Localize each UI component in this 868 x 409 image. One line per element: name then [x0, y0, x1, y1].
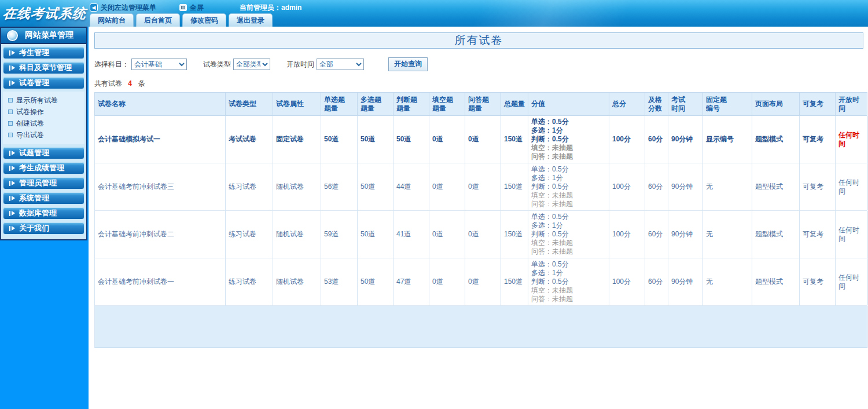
cell: 47道 — [393, 258, 429, 306]
score-line: 单选：0.5分 — [531, 118, 608, 126]
play-arrow-icon — [9, 211, 15, 216]
score-line: 多选：1分 — [531, 126, 608, 135]
cell: 考试试卷 — [226, 116, 273, 163]
column-header: 固定题 编号 — [703, 93, 752, 116]
sidebar-submenu-item[interactable]: 试卷操作 — [8, 106, 84, 118]
subject-select[interactable]: 会计基础 — [131, 59, 187, 70]
app-logo: 在线考试系统 — [0, 0, 89, 27]
bullet-square-icon — [8, 98, 13, 103]
fullscreen-link[interactable]: 全屏 — [156, 3, 204, 13]
close-left-menu-link[interactable]: ◀ 关闭左边管理菜单 — [90, 3, 156, 13]
sidebar-section-label: 系统管理 — [19, 193, 49, 203]
sidebar-section-button[interactable]: 试题管理 — [3, 147, 84, 159]
sidebar-section-label: 数据库管理 — [19, 208, 57, 218]
cell: 90分钟 — [668, 211, 703, 258]
paper-name-cell: 会计基础考前冲刺试卷三 — [95, 163, 226, 211]
score-line: 填空：未抽题 — [531, 286, 608, 295]
play-arrow-icon — [9, 226, 15, 231]
cell: 100分 — [609, 116, 645, 163]
score-line: 填空：未抽题 — [531, 191, 608, 200]
sidebar-submenu-item[interactable]: 导出试卷 — [8, 129, 84, 141]
cell: 0道 — [465, 258, 501, 306]
play-arrow-icon — [9, 151, 15, 156]
open-time-cell: 任何时间 — [836, 258, 867, 306]
score-line: 问答：未抽题 — [531, 295, 608, 304]
score-values-cell: 单选：0.5分多选：1分判断：0.5分填空：未抽题问答：未抽题 — [528, 211, 609, 258]
table-row: 会计基础考前冲刺试卷二练习试卷随机试卷59道50道41道0道0道150道单选：0… — [95, 211, 867, 258]
score-line: 问答：未抽题 — [531, 247, 608, 256]
sidebar-section-button[interactable]: 关于我们 — [3, 222, 84, 235]
cell: 可复考 — [800, 116, 836, 163]
score-line: 单选：0.5分 — [531, 260, 608, 269]
sidebar-submenu-item[interactable]: 显示所有试卷 — [8, 94, 84, 106]
bullet-square-icon — [8, 133, 13, 137]
top-tab[interactable]: 退出登录 — [229, 13, 273, 27]
open-time-cell: 任何时间 — [836, 163, 867, 211]
score-line: 单选：0.5分 — [531, 213, 608, 221]
sidebar-section-button[interactable]: 数据库管理 — [3, 207, 84, 220]
page-title: 所有试卷 — [455, 33, 503, 48]
sidebar-section-button[interactable]: 考生成绩管理 — [3, 162, 84, 174]
score-line: 判断：0.5分 — [531, 277, 608, 286]
top-tab[interactable]: 网站前台 — [90, 13, 134, 27]
cell: 0道 — [465, 116, 501, 163]
paper-type-select[interactable]: 全部类型 — [233, 59, 270, 70]
sidebar-section-button[interactable]: 考生管理 — [3, 46, 84, 59]
close-left-menu-label: 关闭左边管理菜单 — [101, 3, 156, 13]
cell: 59道 — [321, 211, 358, 258]
sidebar-section-label: 试题管理 — [19, 148, 49, 158]
score-values-cell: 单选：0.5分多选：1分判断：0.5分填空：未抽题问答：未抽题 — [528, 116, 609, 163]
sidebar-section-button[interactable]: 管理员管理 — [3, 177, 84, 189]
submenu-item-label: 导出试卷 — [16, 130, 44, 140]
column-header: 试卷类型 — [226, 93, 273, 116]
cell: 150道 — [501, 258, 528, 306]
search-button[interactable]: 开始查询 — [388, 57, 428, 71]
score-line: 判断：0.5分 — [531, 230, 608, 239]
column-header: 及格 分数 — [645, 93, 668, 116]
score-values-cell: 单选：0.5分多选：1分判断：0.5分填空：未抽题问答：未抽题 — [528, 258, 609, 306]
cell: 53道 — [321, 258, 358, 306]
column-header: 分值 — [528, 93, 609, 116]
column-header: 开放时间 — [836, 93, 867, 116]
cell: 60分 — [645, 163, 668, 211]
sidebar-title-label: 网站菜单管理 — [25, 30, 73, 41]
sidebar-section-button[interactable]: 试卷管理 — [3, 76, 84, 89]
play-arrow-icon — [9, 65, 15, 71]
open-time-select[interactable]: 全部 — [317, 59, 364, 70]
cell: 练习试卷 — [226, 258, 273, 306]
result-count-line: 共有试卷 4 条 — [94, 79, 863, 89]
cell: 0道 — [465, 211, 501, 258]
cell: 可复考 — [800, 211, 836, 258]
top-tab[interactable]: 修改密码 — [182, 13, 226, 27]
cell: 41道 — [393, 211, 429, 258]
sidebar-submenu-item[interactable]: 创建试卷 — [8, 118, 84, 129]
cell: 0道 — [429, 116, 465, 163]
column-header: 判断题 题量 — [393, 93, 429, 116]
score-line: 判断：0.5分 — [531, 135, 608, 144]
column-header: 总分 — [609, 93, 645, 116]
sidebar-section-button[interactable]: 科目及章节管理 — [3, 61, 84, 74]
table-footer-cell — [95, 306, 867, 348]
top-tab[interactable]: 后台首页 — [136, 13, 180, 27]
paper-name-cell: 会计基础模拟考试一 — [95, 116, 226, 163]
score-line: 填空：未抽题 — [531, 239, 608, 247]
main-content: 所有试卷 选择科目： 会计基础 试卷类型 全部类型 开放时间 全部 开始查询 共… — [89, 27, 868, 409]
current-admin-label: 当前管理员：admin — [240, 3, 301, 13]
cell: 题型模式 — [752, 258, 800, 306]
top-header: 在线考试系统 ◀ 关闭左边管理菜单 全屏 当前管理员：admin 网站前台后台首… — [0, 0, 868, 27]
cell: 44道 — [393, 163, 429, 211]
cell: 随机试卷 — [273, 163, 321, 211]
score-line: 判断：0.5分 — [531, 182, 608, 191]
open-time-cell: 任何时间 — [836, 116, 867, 163]
cell: 固定试卷 — [273, 116, 321, 163]
fullscreen-icon — [179, 4, 187, 11]
table-row: 会计基础考前冲刺试卷三练习试卷随机试卷56道50道44道0道0道150道单选：0… — [95, 163, 867, 211]
score-line: 多选：1分 — [531, 269, 608, 277]
cell: 练习试卷 — [226, 163, 273, 211]
sidebar-section-button[interactable]: 系统管理 — [3, 192, 84, 204]
column-header: 总题量 — [501, 93, 528, 116]
column-header: 问答题 题量 — [465, 93, 501, 116]
count-prefix: 共有试卷 — [94, 79, 122, 87]
column-header: 可复考 — [800, 93, 836, 116]
cell: 无 — [703, 211, 752, 258]
